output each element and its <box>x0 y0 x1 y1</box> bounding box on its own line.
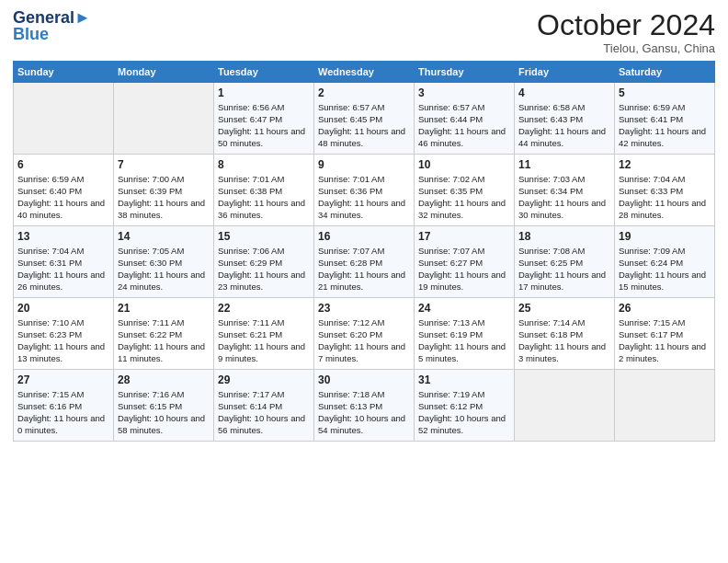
weekday-header: Monday <box>114 62 214 83</box>
daylight-text: Daylight: 11 hours and 36 minutes. <box>218 198 310 222</box>
day-number: 12 <box>619 157 711 172</box>
sunrise-text: Sunrise: 7:12 AM <box>318 317 410 329</box>
daylight-text: Daylight: 10 hours and 58 minutes. <box>118 413 210 437</box>
calendar-day-cell: 16Sunrise: 7:07 AMSunset: 6:28 PMDayligh… <box>314 226 415 298</box>
daylight-text: Daylight: 11 hours and 32 minutes. <box>418 198 510 222</box>
day-number: 21 <box>118 301 210 316</box>
calendar-week-row: 27Sunrise: 7:15 AMSunset: 6:16 PMDayligh… <box>14 370 715 442</box>
sunrise-text: Sunrise: 6:57 AM <box>418 102 510 114</box>
sunset-text: Sunset: 6:43 PM <box>518 114 610 126</box>
day-number: 28 <box>118 373 210 387</box>
sunset-text: Sunset: 6:35 PM <box>418 186 510 198</box>
day-number: 17 <box>418 229 510 244</box>
daylight-text: Daylight: 11 hours and 46 minutes. <box>418 126 510 150</box>
calendar-day-cell <box>114 83 214 155</box>
sunrise-text: Sunrise: 7:06 AM <box>218 246 310 258</box>
sunrise-text: Sunrise: 7:18 AM <box>318 389 410 401</box>
calendar-day-cell <box>14 83 114 155</box>
logo-text2: Blue <box>13 26 91 44</box>
title-block: October 2024 Tielou, Gansu, China <box>537 9 715 55</box>
day-number: 1 <box>218 86 310 100</box>
day-number: 29 <box>218 373 310 387</box>
sunrise-text: Sunrise: 7:04 AM <box>619 174 711 186</box>
calendar-day-cell: 23Sunrise: 7:12 AMSunset: 6:20 PMDayligh… <box>314 298 415 370</box>
calendar-day-cell: 6Sunrise: 6:59 AMSunset: 6:40 PMDaylight… <box>14 155 114 226</box>
daylight-text: Daylight: 11 hours and 13 minutes. <box>17 341 109 365</box>
sunrise-text: Sunrise: 7:16 AM <box>118 389 210 401</box>
sunrise-text: Sunrise: 7:15 AM <box>17 389 109 401</box>
daylight-text: Daylight: 11 hours and 21 minutes. <box>318 270 410 293</box>
weekday-header: Sunday <box>14 62 114 83</box>
sunrise-text: Sunrise: 7:19 AM <box>418 389 510 401</box>
sunset-text: Sunset: 6:12 PM <box>418 401 510 413</box>
sunset-text: Sunset: 6:47 PM <box>218 114 310 126</box>
sunset-text: Sunset: 6:31 PM <box>17 258 109 270</box>
daylight-text: Daylight: 11 hours and 11 minutes. <box>118 341 210 365</box>
sunset-text: Sunset: 6:33 PM <box>619 186 711 198</box>
sunset-text: Sunset: 6:19 PM <box>418 329 510 341</box>
sunset-text: Sunset: 6:41 PM <box>619 114 711 126</box>
sunset-text: Sunset: 6:18 PM <box>518 329 610 341</box>
sunrise-text: Sunrise: 7:01 AM <box>318 174 410 186</box>
daylight-text: Daylight: 11 hours and 28 minutes. <box>619 198 711 222</box>
calendar-day-cell: 26Sunrise: 7:15 AMSunset: 6:17 PMDayligh… <box>615 298 715 370</box>
calendar-day-cell: 15Sunrise: 7:06 AMSunset: 6:29 PMDayligh… <box>214 226 314 298</box>
sunrise-text: Sunrise: 7:08 AM <box>518 246 610 258</box>
sunset-text: Sunset: 6:34 PM <box>518 186 610 198</box>
sunrise-text: Sunrise: 7:05 AM <box>118 246 210 258</box>
daylight-text: Daylight: 11 hours and 30 minutes. <box>518 198 610 222</box>
location: Tielou, Gansu, China <box>537 41 715 55</box>
calendar-day-cell: 29Sunrise: 7:17 AMSunset: 6:14 PMDayligh… <box>214 370 314 442</box>
calendar-week-row: 20Sunrise: 7:10 AMSunset: 6:23 PMDayligh… <box>14 298 715 370</box>
sunset-text: Sunset: 6:28 PM <box>318 258 410 270</box>
daylight-text: Daylight: 11 hours and 5 minutes. <box>418 341 510 365</box>
page: General► Blue October 2024 Tielou, Gansu… <box>0 0 728 563</box>
sunrise-text: Sunrise: 6:59 AM <box>619 102 711 114</box>
calendar-day-cell: 9Sunrise: 7:01 AMSunset: 6:36 PMDaylight… <box>314 155 415 226</box>
sunset-text: Sunset: 6:44 PM <box>418 114 510 126</box>
weekday-header: Saturday <box>615 62 715 83</box>
sunrise-text: Sunrise: 7:02 AM <box>418 174 510 186</box>
header: General► Blue October 2024 Tielou, Gansu… <box>13 9 715 55</box>
sunset-text: Sunset: 6:21 PM <box>218 329 310 341</box>
sunset-text: Sunset: 6:38 PM <box>218 186 310 198</box>
sunset-text: Sunset: 6:39 PM <box>118 186 210 198</box>
calendar-day-cell: 2Sunrise: 6:57 AMSunset: 6:45 PMDaylight… <box>314 83 415 155</box>
calendar-day-cell: 18Sunrise: 7:08 AMSunset: 6:25 PMDayligh… <box>515 226 615 298</box>
calendar-day-cell: 12Sunrise: 7:04 AMSunset: 6:33 PMDayligh… <box>615 155 715 226</box>
daylight-text: Daylight: 11 hours and 24 minutes. <box>118 270 210 293</box>
sunrise-text: Sunrise: 7:04 AM <box>17 246 109 258</box>
weekday-header: Tuesday <box>214 62 314 83</box>
calendar-day-cell: 27Sunrise: 7:15 AMSunset: 6:16 PMDayligh… <box>14 370 114 442</box>
day-number: 16 <box>318 229 410 244</box>
sunset-text: Sunset: 6:20 PM <box>318 329 410 341</box>
calendar-day-cell: 14Sunrise: 7:05 AMSunset: 6:30 PMDayligh… <box>114 226 214 298</box>
calendar-day-cell <box>515 370 615 442</box>
sunset-text: Sunset: 6:29 PM <box>218 258 310 270</box>
day-number: 11 <box>518 157 610 172</box>
day-number: 24 <box>418 301 510 316</box>
sunset-text: Sunset: 6:15 PM <box>118 401 210 413</box>
day-number: 19 <box>619 229 711 244</box>
daylight-text: Daylight: 11 hours and 7 minutes. <box>318 341 410 365</box>
day-number: 25 <box>518 301 610 316</box>
sunrise-text: Sunrise: 7:03 AM <box>518 174 610 186</box>
calendar-day-cell: 20Sunrise: 7:10 AMSunset: 6:23 PMDayligh… <box>14 298 114 370</box>
sunset-text: Sunset: 6:30 PM <box>118 258 210 270</box>
daylight-text: Daylight: 11 hours and 0 minutes. <box>17 413 109 437</box>
daylight-text: Daylight: 11 hours and 3 minutes. <box>518 341 610 365</box>
day-number: 30 <box>318 373 410 387</box>
calendar-week-row: 1Sunrise: 6:56 AMSunset: 6:47 PMDaylight… <box>14 83 715 155</box>
calendar-week-row: 6Sunrise: 6:59 AMSunset: 6:40 PMDaylight… <box>14 155 715 226</box>
calendar-day-cell: 22Sunrise: 7:11 AMSunset: 6:21 PMDayligh… <box>214 298 314 370</box>
day-number: 4 <box>518 86 610 100</box>
daylight-text: Daylight: 11 hours and 34 minutes. <box>318 198 410 222</box>
daylight-text: Daylight: 11 hours and 38 minutes. <box>118 198 210 222</box>
day-number: 10 <box>418 157 510 172</box>
calendar-day-cell: 8Sunrise: 7:01 AMSunset: 6:38 PMDaylight… <box>214 155 314 226</box>
calendar-week-row: 13Sunrise: 7:04 AMSunset: 6:31 PMDayligh… <box>14 226 715 298</box>
sunrise-text: Sunrise: 7:07 AM <box>318 246 410 258</box>
sunset-text: Sunset: 6:14 PM <box>218 401 310 413</box>
calendar-day-cell: 3Sunrise: 6:57 AMSunset: 6:44 PMDaylight… <box>415 83 515 155</box>
sunset-text: Sunset: 6:40 PM <box>17 186 109 198</box>
